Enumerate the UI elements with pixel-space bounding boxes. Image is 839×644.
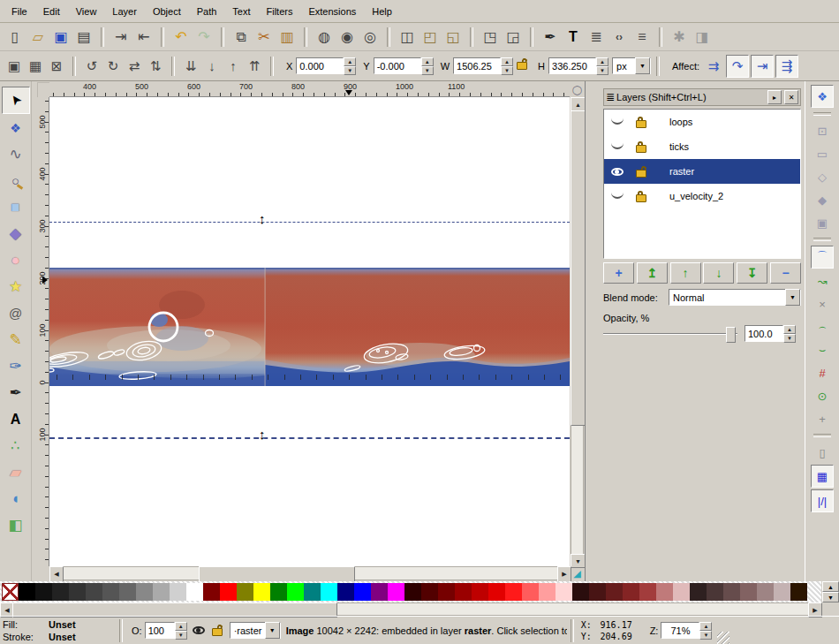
palette-up-button[interactable]: ▲ [822,581,839,592]
palette-swatch[interactable] [119,583,136,601]
palette-swatch[interactable] [35,583,52,601]
affect-corners-button[interactable]: ↷ [726,55,749,78]
ruler-corner-button[interactable]: ◯ [571,82,584,97]
snap-path-intersections-button[interactable]: × [812,293,833,314]
snap-cusp-nodes-button[interactable]: ⌢ [812,316,833,337]
layer-row-u_velocity_2[interactable]: u_velocity_2 [604,184,800,208]
xml-editor-button[interactable]: ‹› [608,26,631,49]
group-button[interactable]: ◳ [479,26,502,49]
raise-layer-to-top-button[interactable]: ↥ [637,262,668,284]
tool-bezier[interactable]: ✑ [3,353,29,379]
palette-swatch[interactable] [639,583,656,601]
palette-swatch[interactable] [203,583,220,601]
print-button[interactable]: ▤ [72,26,95,49]
tool-calligraphy[interactable]: ✒ [3,380,29,405]
fill-stroke-button[interactable]: ✒ [539,26,562,49]
palette-swatch[interactable] [186,583,203,601]
rotate-ccw-button[interactable]: ↺ [81,56,102,77]
lock-ratio-icon[interactable] [517,62,527,70]
tool-box-3d[interactable]: ◆ [3,221,29,246]
save-button[interactable]: ▣ [49,26,72,49]
snap-enable-button[interactable]: ❖ [811,85,834,108]
tool-star[interactable]: ★ [3,274,29,299]
menu-text[interactable]: Text [224,2,258,21]
snap-object-centers-button[interactable]: ⊙ [812,385,833,406]
palette-swatch[interactable] [656,583,673,601]
palette-swatch[interactable] [354,583,371,601]
export-button[interactable]: ⇤ [132,26,155,49]
add-layer-button[interactable]: + [603,262,634,284]
scroll-up-button[interactable]: ▲ [571,97,586,111]
vertical-scroll-thumb[interactable] [571,110,586,426]
palette-swatch[interactable] [606,583,623,601]
w-field[interactable]: 1506.25 [453,57,501,74]
palette-swatch[interactable] [102,583,119,601]
eye-closed-icon[interactable] [611,191,624,199]
w-spinner[interactable]: ▲▼ [501,57,513,74]
y-field[interactable]: -0.000 [374,57,421,74]
h-spinner[interactable]: ▲▼ [596,57,608,74]
raise-layer-button[interactable]: ↑ [670,262,701,284]
palette-swatch[interactable] [52,583,69,601]
duplicate-button[interactable]: ◫ [396,26,419,49]
menu-object[interactable]: Object [145,2,189,21]
eye-closed-icon[interactable] [611,117,624,125]
tool-spray[interactable]: ∴ [3,433,29,458]
panel-menu-button[interactable]: ▸ [767,90,782,104]
snap-bbox-corners-button[interactable]: ◇ [812,166,833,187]
h-field[interactable]: 336.250 [548,57,596,74]
palette-swatch[interactable] [690,583,707,601]
zoom-selection-button[interactable]: ◍ [313,26,336,49]
palette-swatch[interactable] [404,583,421,601]
snap-smooth-nodes-button[interactable]: ⌣ [812,339,833,360]
x-field[interactable]: 0.000 [296,57,344,74]
layer-visibility-icon[interactable] [193,626,205,634]
palette-swatch[interactable] [673,583,690,601]
zoom-drawing-button[interactable]: ◉ [336,26,359,49]
menu-layer[interactable]: Layer [104,2,145,21]
undo-button[interactable]: ↶ [170,26,193,49]
menu-extensions[interactable]: Extensions [300,2,364,21]
palette-swatch[interactable] [472,583,488,601]
affect-gradients-button[interactable]: ⇥ [751,55,774,78]
snap-grid-button[interactable]: ▦ [811,465,834,488]
selection-scale-handle-top[interactable]: ↕ [259,212,266,225]
snap-rotation-centers-button[interactable]: + [812,408,833,429]
opacity-spinner[interactable]: ▲▼ [783,325,796,342]
deselect-button[interactable]: ⊠ [46,56,67,77]
snap-midpoints-button[interactable]: # [812,362,833,383]
document-properties-button[interactable]: ◨ [691,26,714,49]
selection-scale-handle-bottom[interactable]: ↕ [259,428,266,441]
layers-dialog-button[interactable]: ≣ [585,26,608,49]
palette-swatch[interactable] [707,583,723,601]
palette-swatch[interactable] [740,583,757,601]
palette-swatch[interactable] [421,583,438,601]
palette-swatch[interactable] [757,583,774,601]
rotate-cw-button[interactable]: ↻ [102,56,124,77]
tool-rectangle[interactable]: ■ [3,194,29,220]
raise-to-top-button[interactable]: ⇈ [244,56,265,77]
zoom-page-button[interactable]: ◎ [359,26,382,49]
palette-swatch[interactable] [136,583,153,601]
palette-swatch[interactable] [153,583,170,601]
unit-select[interactable]: px▼ [612,57,651,74]
import-button[interactable]: ⇥ [110,26,132,49]
snap-bbox-edge-midpoints-button[interactable]: ◆ [812,189,833,210]
menu-view[interactable]: View [68,2,105,21]
snap-guides-button[interactable]: |/| [811,489,834,512]
palette-swatch[interactable] [388,583,404,601]
flip-vertical-button[interactable]: ⇅ [145,56,166,77]
menu-help[interactable]: Help [364,2,400,21]
layers-panel-titlebar[interactable]: ≣ Layers (Shift+Ctrl+L) ▸ ✕ [603,88,801,106]
canvas-corner-widget[interactable]: ◢ [571,566,584,580]
palette-swatch[interactable] [253,583,270,601]
lock-closed-icon[interactable] [636,120,646,128]
menu-file[interactable]: File [4,2,35,21]
lower-layer-button[interactable]: ↓ [703,262,734,284]
eye-open-icon[interactable] [611,168,624,176]
menu-edit[interactable]: Edit [35,2,68,21]
opacity-field[interactable]: 100.0 [745,325,783,342]
tool-paint-bucket[interactable]: ◖ [3,486,29,511]
tool-spiral[interactable]: @ [3,300,29,326]
zoom-field[interactable]: 71% [661,622,699,639]
